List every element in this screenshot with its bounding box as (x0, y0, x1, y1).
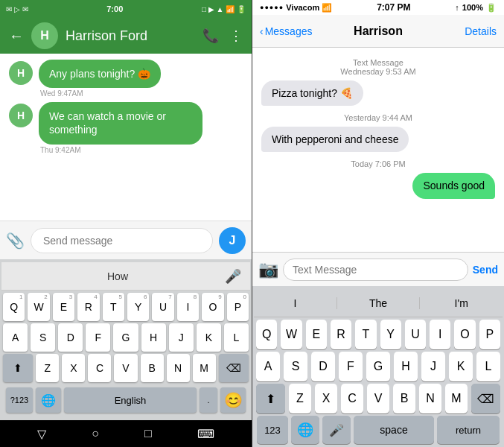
ios-key-a[interactable]: A (256, 352, 280, 381)
android-shift-key[interactable]: ⬆ (3, 354, 33, 382)
android-key-p[interactable]: P0 (227, 293, 249, 321)
ios-prediction-1[interactable]: I (254, 297, 337, 309)
android-key-a[interactable]: A (3, 323, 28, 352)
android-emoji-key[interactable]: 😊 (220, 387, 246, 413)
android-key-q[interactable]: Q1 (3, 293, 25, 321)
ios-key-r[interactable]: R (331, 320, 351, 349)
android-key-i[interactable]: I8 (177, 293, 199, 321)
android-nav-keyboard[interactable]: ⌨ (197, 427, 214, 441)
ios-key-s[interactable]: S (284, 352, 307, 381)
android-header-icons: 📞 ⋮ (202, 28, 243, 44)
android-header: ← H Harrison Ford 📞 ⋮ (0, 18, 252, 54)
android-system-icons: □ ▶ ▲ 📶 🔋 (202, 5, 246, 13)
ios-prediction-2[interactable]: The (337, 297, 421, 309)
android-key-row-1: Q1 W2 E3 R4 T5 Y6 U7 I8 O9 P0 (3, 293, 249, 321)
android-key-t[interactable]: T5 (103, 293, 124, 321)
android-period-key[interactable]: . (200, 387, 217, 413)
ios-key-z[interactable]: Z (289, 384, 311, 413)
android-key-w[interactable]: W2 (28, 293, 49, 321)
android-back-button[interactable]: ← (9, 28, 24, 45)
ios-key-l[interactable]: L (476, 352, 500, 381)
android-bubble-wrap-2: We can watch a movie or something Thu 9:… (39, 102, 202, 153)
ios-prediction-3[interactable]: I'm (420, 297, 503, 309)
ios-key-j[interactable]: J (421, 352, 445, 381)
ios-key-row-3: ⬆ Z X C V B N M ⌫ (256, 384, 500, 413)
android-key-k[interactable]: K (197, 323, 221, 352)
ios-globe-key[interactable]: 🌐 (291, 416, 319, 444)
android-phone-icon[interactable]: 📞 (202, 28, 219, 44)
android-key-m[interactable]: M (193, 354, 216, 382)
android-nav-home[interactable]: ○ (92, 427, 99, 440)
android-key-z[interactable]: Z (36, 354, 59, 382)
ios-key-k[interactable]: K (449, 352, 473, 381)
ios-key-b[interactable]: B (393, 384, 415, 413)
android-nav-back[interactable]: ▽ (37, 427, 46, 441)
ios-send-button[interactable]: Send (473, 264, 498, 276)
android-more-icon[interactable]: ⋮ (229, 28, 243, 44)
android-key-v[interactable]: V (114, 354, 137, 382)
android-key-e[interactable]: E3 (53, 293, 74, 321)
ios-key-w[interactable]: W (281, 320, 302, 349)
android-key-c[interactable]: C (88, 354, 111, 382)
android-space-key[interactable]: English (64, 387, 197, 413)
ios-shift-key[interactable]: ⬆ (256, 384, 285, 413)
android-nav-recent[interactable]: □ (144, 427, 152, 440)
android-key-n[interactable]: N (167, 354, 190, 382)
ios-time: 7:07 PM (377, 2, 410, 13)
ios-key-p[interactable]: P (479, 320, 500, 349)
android-key-l[interactable]: L (224, 323, 249, 352)
android-message-input[interactable] (31, 228, 213, 253)
ios-mic-key[interactable]: 🎤 (322, 416, 351, 444)
ios-key-f[interactable]: F (339, 352, 363, 381)
ios-key-y[interactable]: Y (380, 320, 401, 349)
android-key-j[interactable]: J (169, 323, 194, 352)
ios-camera-button[interactable]: 📷 (258, 260, 278, 279)
android-prediction-text[interactable]: How (10, 270, 225, 282)
android-key-b[interactable]: B (141, 354, 164, 382)
ios-delete-key[interactable]: ⌫ (471, 384, 500, 413)
ios-space-key[interactable]: space (354, 416, 434, 444)
android-key-d[interactable]: D (58, 323, 83, 352)
ios-back-button[interactable]: ‹ Messages (260, 25, 312, 37)
ios-key-u[interactable]: U (405, 320, 426, 349)
android-right-status-icons: □ ▶ ▲ 📶 🔋 (202, 5, 246, 13)
android-key-u[interactable]: U7 (152, 293, 173, 321)
ios-key-n[interactable]: N (419, 384, 441, 413)
android-key-y[interactable]: Y6 (127, 293, 149, 321)
ios-key-h[interactable]: H (394, 352, 418, 381)
android-prediction-bar: How 🎤 (1, 262, 250, 291)
ios-battery-icon: 🔋 (486, 3, 497, 13)
android-send-button[interactable]: J (219, 227, 246, 254)
android-key-f[interactable]: F (86, 323, 110, 352)
ios-key-c[interactable]: C (341, 384, 363, 413)
ios-details-button[interactable]: Details (465, 25, 497, 37)
ios-num-key[interactable]: 123 (257, 416, 288, 444)
android-num-key[interactable]: ?123 (6, 387, 33, 413)
android-avatar-1: H (9, 61, 33, 85)
android-key-x[interactable]: X (62, 354, 85, 382)
android-key-o[interactable]: O9 (202, 293, 223, 321)
ios-key-d[interactable]: D (311, 352, 335, 381)
ios-key-q[interactable]: Q (256, 320, 277, 349)
ios-key-t[interactable]: T (355, 320, 376, 349)
android-key-g[interactable]: G (113, 323, 138, 352)
ios-key-m[interactable]: M (445, 384, 468, 413)
ios-key-x[interactable]: X (315, 384, 337, 413)
ios-key-e[interactable]: E (306, 320, 327, 349)
android-globe-key[interactable]: 🌐 (36, 387, 61, 413)
android-key-h[interactable]: H (141, 323, 166, 352)
android-key-r[interactable]: R4 (77, 293, 99, 321)
ios-right-status-icons: ↑ 100% 🔋 (455, 3, 497, 13)
android-attach-icon[interactable]: 📎 (6, 232, 25, 250)
android-keyboard: How 🎤 Q1 W2 E3 R4 T5 Y6 U7 I8 O9 P0 A S … (0, 259, 252, 420)
android-key-s[interactable]: S (31, 323, 55, 352)
ios-key-i[interactable]: I (430, 320, 450, 349)
ios-key-g[interactable]: G (366, 352, 390, 381)
ios-message-input[interactable] (283, 259, 468, 281)
ios-key-o[interactable]: O (454, 320, 475, 349)
ios-return-key[interactable]: return (437, 416, 500, 444)
android-delete-key[interactable]: ⌫ (219, 354, 249, 382)
android-mic-icon[interactable]: 🎤 (225, 268, 241, 285)
android-message-row: H Any plans tonight? 🎃 Wed 9:47AM (9, 60, 243, 98)
ios-key-v[interactable]: V (367, 384, 389, 413)
